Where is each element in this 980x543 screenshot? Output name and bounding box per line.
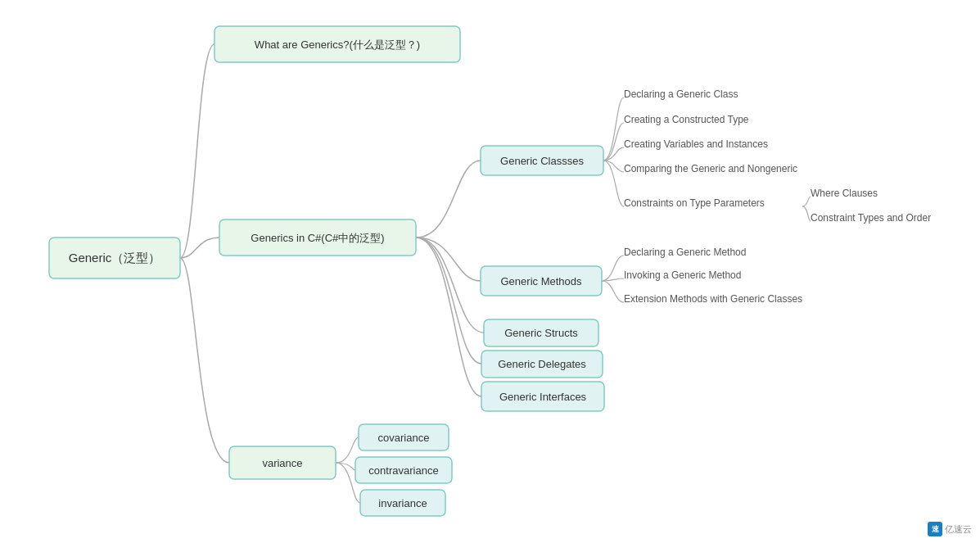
declaring-generic-class-label: Declaring a Generic Class bbox=[624, 88, 738, 100]
contravariance-label: contravariance bbox=[368, 464, 438, 477]
covariance-label: covariance bbox=[378, 432, 430, 444]
variance-label: variance bbox=[262, 457, 302, 469]
creating-constructed-type-label: Creating a Constructed Type bbox=[624, 114, 749, 125]
generic-interfaces-label: Generic Interfaces bbox=[499, 391, 587, 403]
constraints-type-label: Constraints on Type Parameters bbox=[624, 197, 765, 209]
invariance-label: invariance bbox=[378, 497, 427, 509]
logo-icon: 速 bbox=[928, 522, 942, 536]
logo-text: 亿速云 bbox=[945, 523, 972, 536]
generic-methods-label: Generic Methods bbox=[501, 275, 582, 287]
comparing-generic-label: Comparing the Generic and Nongeneric bbox=[624, 163, 797, 174]
logo: 速 亿速云 bbox=[928, 522, 972, 536]
generics-csharp-label: Generics in C#(C#中的泛型) bbox=[251, 232, 384, 244]
extension-methods-label: Extension Methods with Generic Classes bbox=[624, 293, 802, 305]
declaring-generic-method-label: Declaring a Generic Method bbox=[624, 247, 746, 258]
generic-classes-label: Generic Classses bbox=[500, 155, 584, 167]
what-label: What are Generics?(什么是泛型？) bbox=[255, 38, 420, 51]
generic-delegates-label: Generic Delegates bbox=[498, 358, 586, 370]
root-label: Generic（泛型） bbox=[69, 251, 161, 265]
generic-structs-label: Generic Structs bbox=[504, 327, 578, 339]
where-clauses-label: Where Clauses bbox=[811, 188, 878, 199]
invoking-generic-method-label: Invoking a Generic Method bbox=[624, 269, 741, 281]
constraint-types-label: Constraint Types and Order bbox=[811, 212, 931, 224]
creating-variables-label: Creating Variables and Instances bbox=[624, 138, 768, 150]
